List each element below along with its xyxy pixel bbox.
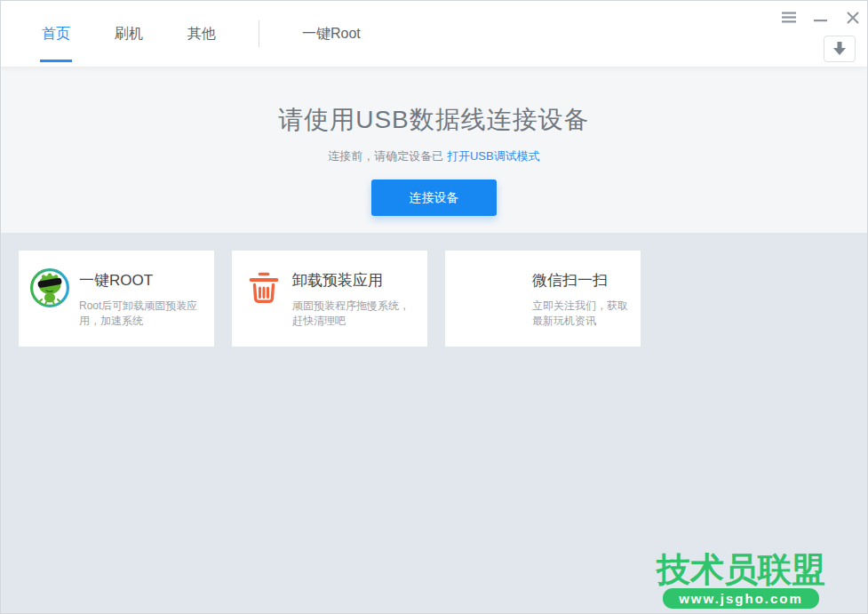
card-desc: 立即关注我们，获取最新玩机资讯 [532,299,632,329]
window-controls [781,10,860,25]
watermark-title: 技术员联盟 [657,552,825,587]
menu-icon[interactable] [781,10,796,25]
tab-other[interactable]: 其他 [186,1,218,67]
card-desc: Root后可卸载顽固预装应用，加速系统 [79,299,205,329]
feature-cards: 一键ROOT Root后可卸载顽固预装应用，加速系统 卸载预装应用 顽固预装程序… [1,233,867,364]
usb-debug-link[interactable]: 打开USB调试模式 [447,149,540,163]
app-window: 首页 刷机 其他 一键Root [0,0,868,614]
qr-code-placeholder [457,268,496,307]
download-button[interactable] [824,36,856,62]
card-title: 卸载预装应用 [292,270,418,291]
header: 首页 刷机 其他 一键Root [1,1,867,68]
card-desc: 顽固预装程序拖慢系统，赶快清理吧 [292,299,418,329]
card-uninstall-preinstalled[interactable]: 卸载预装应用 顽固预装程序拖慢系统，赶快清理吧 [232,251,427,347]
root-mascot-icon [30,268,69,307]
minimize-icon[interactable] [813,10,828,25]
tab-home[interactable]: 首页 [40,1,72,67]
connect-subtitle-text: 连接前，请确定设备已 [328,149,447,163]
card-one-key-root[interactable]: 一键ROOT Root后可卸载顽固预装应用，加速系统 [19,251,214,347]
card-text: 卸载预装应用 顽固预装程序拖慢系统，赶快清理吧 [292,270,418,329]
download-arrow-icon [832,42,848,56]
tab-bar: 首页 刷机 其他 一键Root [1,1,867,67]
trash-icon [246,270,282,306]
tab-divider [259,20,259,47]
watermark: 技术员联盟 www.jsgho.com [657,552,825,609]
card-title: 一键ROOT [79,270,205,291]
card-wechat-scan[interactable]: 微信扫一扫 立即关注我们，获取最新玩机资讯 [445,251,641,347]
card-text: 一键ROOT Root后可卸载顽固预装应用，加速系统 [79,270,205,329]
tab-flash[interactable]: 刷机 [113,1,145,67]
connect-section: 请使用USB数据线连接设备 连接前，请确定设备已 打开USB调试模式 连接设备 [1,68,867,233]
card-title: 微信扫一扫 [532,270,632,291]
card-text: 微信扫一扫 立即关注我们，获取最新玩机资讯 [532,270,632,329]
watermark-url: www.jsgho.com [663,588,819,609]
tab-one-key-root[interactable]: 一键Root [300,1,362,67]
close-icon[interactable] [845,10,860,25]
connect-title: 请使用USB数据线连接设备 [1,68,867,137]
connect-subtitle: 连接前，请确定设备已 打开USB调试模式 [1,148,867,164]
connect-device-button[interactable]: 连接设备 [371,179,497,216]
